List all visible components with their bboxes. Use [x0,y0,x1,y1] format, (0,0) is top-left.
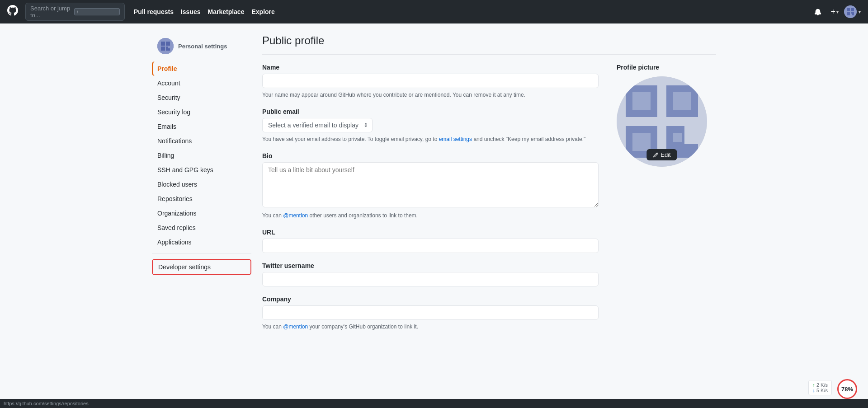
email-note-after: and uncheck "Keep my email address priva… [472,136,585,142]
bio-label: Bio [262,152,599,159]
bio-field-group: Bio You can @mention other users and org… [262,152,599,220]
sidebar-link-security-log[interactable]: Security log [152,105,251,119]
bio-note: You can @mention other users and organiz… [262,211,599,220]
svg-rect-11 [168,48,170,51]
sidebar-item-ssh-gpg[interactable]: SSH and GPG keys [152,163,251,177]
sidebar-link-ssh-gpg[interactable]: SSH and GPG keys [152,163,251,177]
edit-label: Edit [660,151,670,158]
search-kbd: / [74,8,120,15]
sidebar-link-billing[interactable]: Billing [152,148,251,163]
topnav-marketplace[interactable]: Marketplace [208,8,245,15]
topnav-right-actions: + ▾ ▾ [811,5,861,19]
email-settings-link[interactable]: email settings [439,136,472,142]
topnav: Search or jump to... / Pull requests Iss… [0,0,868,23]
edit-profile-picture-button[interactable]: Edit [646,149,677,160]
github-logo-icon[interactable] [7,5,18,19]
twitter-label: Twitter username [262,262,599,269]
sidebar-item-profile[interactable]: Profile [152,61,251,76]
public-email-label: Public email [262,108,599,115]
url-label: URL [262,229,599,236]
sidebar-item-emails[interactable]: Emails [152,119,251,134]
svg-rect-1 [847,8,850,11]
dropdown-chevron-icon: ▾ [836,9,839,14]
sidebar-nav: Profile Account Security Security log Em… [152,61,251,249]
sidebar-item-blocked[interactable]: Blocked users [152,177,251,192]
svg-rect-21 [673,133,682,142]
notifications-button[interactable] [811,6,825,17]
developer-settings-box[interactable]: Developer settings [152,259,251,275]
bio-note-before: You can [262,212,283,219]
sidebar-link-notifications[interactable]: Notifications [152,134,251,148]
profile-form: Name Your name may appear around GitHub … [262,64,599,340]
svg-rect-5 [852,14,854,15]
sidebar-link-account[interactable]: Account [152,76,251,90]
sidebar-avatar [157,38,174,54]
company-note: You can @mention your company's GitHub o… [262,323,599,331]
email-select[interactable]: Select a verified email to display [262,118,373,132]
name-note: Your name may appear around GitHub where… [262,91,599,99]
sidebar-link-blocked[interactable]: Blocked users [152,177,251,192]
topnav-links: Pull requests Issues Marketplace Explore [134,8,275,15]
public-email-group: Public email Select a verified email to … [262,108,599,143]
sidebar-link-profile[interactable]: Profile [152,61,251,76]
sidebar-item-applications[interactable]: Applications [152,235,251,249]
avatar[interactable] [844,5,857,18]
sidebar-item-account[interactable]: Account [152,76,251,90]
sidebar-link-security[interactable]: Security [152,90,251,105]
user-menu[interactable]: ▾ [844,5,861,18]
sidebar-user-info: Personal settings [152,34,251,58]
svg-rect-9 [161,47,165,51]
sidebar-username: Personal settings [178,43,227,50]
svg-rect-3 [847,12,850,15]
company-input[interactable] [262,305,599,320]
create-new-button[interactable]: + ▾ [827,5,842,19]
bio-mention-link[interactable]: @mention [283,212,308,219]
sidebar-link-repositories[interactable]: Repositories [152,192,251,206]
twitter-input[interactable] [262,272,599,286]
email-select-wrap: Select a verified email to display ⇕ [262,118,373,132]
name-field-group: Name Your name may appear around GitHub … [262,64,599,99]
sidebar-link-organizations[interactable]: Organizations [152,206,251,220]
avatar-dropdown-icon: ▾ [859,9,861,14]
topnav-explore[interactable]: Explore [251,8,274,15]
page-title: Public profile [262,34,716,55]
svg-rect-8 [166,42,170,46]
bio-note-after: other users and organizations to link to… [308,212,418,219]
company-note-before: You can [262,324,283,330]
company-field-group: Company You can @mention your company's … [262,295,599,331]
profile-picture-label: Profile picture [617,64,716,71]
sidebar-item-saved-replies[interactable]: Saved replies [152,220,251,235]
sidebar-item-organizations[interactable]: Organizations [152,206,251,220]
plus-icon: + [830,7,835,17]
sidebar-link-applications[interactable]: Applications [152,235,251,249]
name-input[interactable] [262,74,599,88]
bio-textarea[interactable] [262,162,599,207]
sidebar-link-emails[interactable]: Emails [152,119,251,134]
company-note-after: your company's GitHub organization to li… [308,324,418,330]
topnav-pull-requests[interactable]: Pull requests [134,8,174,15]
sidebar-item-security-log[interactable]: Security log [152,105,251,119]
sidebar-item-security[interactable]: Security [152,90,251,105]
svg-rect-20 [632,133,651,151]
settings-sidebar: Personal settings Profile Account Securi… [152,34,251,340]
svg-point-0 [844,5,857,18]
email-note-before: You have set your email address to priva… [262,136,439,142]
profile-picture-section: Profile picture [617,64,716,340]
sidebar-item-repositories[interactable]: Repositories [152,192,251,206]
developer-settings-link[interactable]: Developer settings [153,260,250,274]
sidebar-divider [152,253,251,253]
svg-point-6 [157,38,174,54]
sidebar-link-saved-replies[interactable]: Saved replies [152,220,251,235]
url-input[interactable] [262,239,599,253]
name-label: Name [262,64,599,71]
svg-rect-17 [684,144,698,158]
topnav-issues[interactable]: Issues [181,8,201,15]
sidebar-item-notifications[interactable]: Notifications [152,134,251,148]
url-field-group: URL [262,229,599,253]
main-content: Public profile Name Your name may appear… [262,34,716,340]
svg-rect-7 [161,42,165,46]
profile-picture-wrapper: Edit [617,76,707,167]
search-bar[interactable]: Search or jump to... / [25,3,125,21]
sidebar-item-billing[interactable]: Billing [152,148,251,163]
company-mention-link[interactable]: @mention [283,324,308,330]
